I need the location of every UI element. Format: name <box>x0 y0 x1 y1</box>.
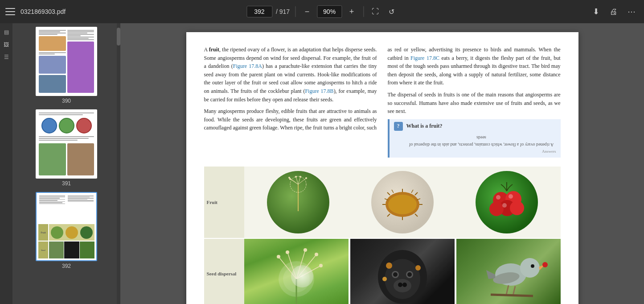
svg-point-13 <box>388 195 417 214</box>
fig-17-8a-link[interactable]: Figure 17.8A <box>233 63 262 69</box>
col-left-para1: A fruit, the ripened ovary of a flower, … <box>204 46 377 104</box>
svg-point-58 <box>382 277 387 281</box>
fruit-row: Fruit <box>204 167 561 238</box>
svg-point-49 <box>394 279 411 292</box>
svg-line-23 <box>411 190 413 193</box>
dandelion-circle <box>267 171 329 233</box>
sidebar-icon-image[interactable]: 🖼 <box>1 39 12 50</box>
fig-17-8c-link[interactable]: Figure 17.8C <box>410 55 439 61</box>
svg-line-67 <box>506 285 509 295</box>
thumb-label-390: 390 <box>62 98 71 104</box>
download-button[interactable]: ⬇ <box>589 4 603 19</box>
svg-point-55 <box>407 272 412 277</box>
svg-line-22 <box>392 190 394 193</box>
svg-point-11 <box>289 178 291 180</box>
print-button[interactable]: 🖨 <box>607 4 621 19</box>
sidebar-icon-thumbnail[interactable]: ▤ <box>1 27 12 37</box>
zoom-in-button[interactable]: + <box>345 5 358 18</box>
svg-point-53 <box>393 272 398 277</box>
thumb-frame-390 <box>36 27 97 96</box>
svg-point-29 <box>489 202 504 216</box>
zoom-input[interactable] <box>321 8 338 15</box>
filename: 0321869303.pdf <box>21 8 66 15</box>
svg-point-30 <box>510 201 524 215</box>
svg-line-44 <box>296 266 321 279</box>
zoom-input-wrap <box>317 5 342 18</box>
topbar-right: ⬇ 🖨 ⋯ <box>589 4 639 19</box>
pdf-page: A fruit, the ripened ovary of a flower, … <box>186 32 578 304</box>
fruit-images <box>244 167 561 238</box>
svg-point-60 <box>520 258 540 278</box>
svg-point-62 <box>542 262 548 267</box>
what-is-badge: ? <box>394 122 403 131</box>
seed-dispersal-label: Seed dispersal <box>204 239 244 304</box>
fit-page-button[interactable]: ⛶ <box>369 5 381 18</box>
page-input[interactable] <box>250 8 268 15</box>
svg-point-56 <box>386 262 392 269</box>
svg-line-42 <box>296 254 316 279</box>
what-is-answer: A ripened ovary of a flower, which conta… <box>406 134 556 148</box>
col-right-para2: The dispersal of seeds in fruits is one … <box>388 91 561 116</box>
svg-point-45 <box>319 264 323 267</box>
thumb-label-392: 392 <box>62 263 71 269</box>
page-separator: / 917 <box>276 8 290 15</box>
svg-line-69 <box>491 295 533 296</box>
col-right: as red or yellow, advertising its presen… <box>388 46 561 158</box>
svg-line-5 <box>298 178 306 184</box>
svg-point-33 <box>502 203 507 208</box>
svg-line-20 <box>387 214 390 217</box>
svg-point-10 <box>305 177 307 179</box>
main-area: ▤ 🖼 ☰ <box>0 23 644 304</box>
col-right-para1: as red or yellow, advertising its presen… <box>388 46 561 87</box>
thumb-frame-391 <box>36 109 97 179</box>
svg-point-50 <box>398 283 402 287</box>
menu-icon[interactable] <box>5 8 15 15</box>
what-is-question: What is a fruit? <box>406 122 556 130</box>
svg-point-57 <box>415 265 421 271</box>
topbar-center: / 917 − + ⛶ ↺ <box>246 5 398 18</box>
svg-point-41 <box>304 248 307 252</box>
figures-section: Fruit <box>204 167 561 304</box>
thumbnail-392[interactable]: Fruit Seed <box>16 192 117 269</box>
col-left-para2: Many angiosperms produce fleshy, edible … <box>204 107 377 132</box>
more-options-button[interactable]: ⋯ <box>624 4 639 19</box>
zoom-out-button[interactable]: − <box>301 5 313 18</box>
svg-point-32 <box>509 194 513 199</box>
svg-point-9 <box>299 176 301 178</box>
svg-point-43 <box>315 253 318 256</box>
svg-line-21 <box>415 214 418 217</box>
thumbnail-390[interactable]: 390 <box>16 27 117 104</box>
divider <box>295 6 295 17</box>
seed-images <box>244 239 561 304</box>
seed-row: Seed dispersal <box>204 239 561 304</box>
svg-point-51 <box>402 283 407 287</box>
fig-17-8b-link[interactable]: Figure 17.8B <box>305 88 333 94</box>
seed-photo-dandelion <box>244 239 349 304</box>
svg-line-18 <box>387 192 390 195</box>
sidebar-icons: ▤ 🖼 ☰ <box>0 23 12 304</box>
svg-point-31 <box>496 195 500 200</box>
answers-label: Answers <box>406 149 556 155</box>
topbar: 0321869303.pdf / 917 − + ⛶ ↺ ⬇ 🖨 ⋯ <box>0 0 644 23</box>
cocklebur-circle <box>371 171 434 233</box>
fruit-label: Fruit <box>204 167 244 238</box>
svg-marker-66 <box>486 270 495 279</box>
rotate-button[interactable]: ↺ <box>385 5 398 18</box>
sidebar-scrollbar[interactable] <box>117 23 120 304</box>
sidebar-scrollbar-thumb[interactable] <box>117 28 120 46</box>
sidebar-icon-layers[interactable]: ☰ <box>1 52 12 62</box>
svg-point-64 <box>532 265 533 267</box>
sidebar: ▤ 🖼 ☰ <box>0 23 120 304</box>
thumbnail-391[interactable]: 391 <box>16 109 117 187</box>
page-input-wrap <box>246 6 272 17</box>
svg-point-39 <box>286 250 289 254</box>
col-left: A fruit, the ripened ovary of a flower, … <box>204 46 377 158</box>
svg-line-68 <box>513 286 515 296</box>
thumbnail-list: 390 <box>12 23 120 273</box>
text-columns: A fruit, the ripened ovary of a flower, … <box>204 46 561 158</box>
content-area[interactable]: A fruit, the ripened ovary of a flower, … <box>120 23 644 304</box>
svg-line-19 <box>415 192 418 195</box>
svg-point-8 <box>295 176 297 178</box>
seed-photo-dog <box>350 239 455 304</box>
thumb-frame-392: Fruit Seed <box>36 192 97 261</box>
